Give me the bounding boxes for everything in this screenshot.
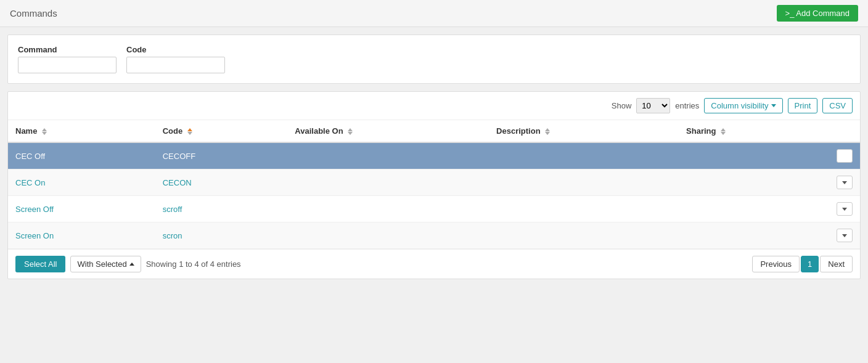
chevron-down-icon: [842, 181, 847, 184]
row-action-button[interactable]: [837, 229, 853, 242]
chevron-down-icon: [842, 208, 847, 211]
row-action-cell: [829, 142, 860, 169]
chevron-down-icon: [842, 155, 847, 158]
sort-down-icon: [545, 132, 550, 135]
table-footer: Select All With Selected Showing 1 to 4 …: [8, 249, 860, 279]
sort-up-icon: [42, 128, 47, 131]
col-header-code[interactable]: Code: [155, 120, 288, 142]
page-title: Commands: [10, 8, 57, 18]
row-sharing: [679, 222, 829, 249]
row-available-on: [287, 196, 489, 222]
table-row[interactable]: Screen On scron: [8, 222, 860, 249]
row-code: scroff: [155, 196, 288, 222]
table-panel: Show 10 25 50 100 entries Column visibil…: [7, 91, 861, 279]
table-row[interactable]: Screen Off scroff: [8, 196, 860, 222]
with-selected-button[interactable]: With Selected: [70, 256, 141, 272]
row-description: [489, 222, 679, 249]
sort-down-icon: [187, 132, 192, 135]
sort-up-icon: [721, 128, 726, 131]
chevron-down-icon: [842, 234, 847, 237]
select-all-button[interactable]: Select All: [15, 256, 65, 272]
row-action-button[interactable]: [837, 202, 853, 216]
sort-down-icon: [42, 132, 47, 135]
entries-select[interactable]: 10 25 50 100: [636, 98, 670, 113]
code-filter-label: Code: [126, 45, 225, 54]
table-row[interactable]: CEC On CECON: [8, 169, 860, 196]
command-filter-label: Command: [18, 45, 117, 54]
previous-button[interactable]: Previous: [752, 256, 800, 272]
col-header-description[interactable]: Description: [489, 120, 679, 142]
command-filter-input[interactable]: [18, 57, 117, 73]
col-header-available-on[interactable]: Available On: [287, 120, 489, 142]
table-header-row: Name Code Available On: [8, 120, 860, 142]
column-visibility-button[interactable]: Column visibility: [704, 98, 782, 113]
row-description: [489, 142, 679, 169]
data-table: Name Code Available On: [8, 120, 860, 249]
pagination: Previous 1 Next: [752, 256, 853, 272]
add-command-button[interactable]: >_ Add Command: [777, 5, 858, 22]
col-header-sharing[interactable]: Sharing: [679, 120, 829, 142]
sort-up-icon: [348, 128, 353, 131]
row-action-button[interactable]: [837, 176, 853, 189]
sort-arrows-available: [348, 128, 353, 135]
row-name: CEC Off: [8, 142, 155, 169]
command-filter-group: Command: [18, 45, 117, 73]
row-available-on: [287, 222, 489, 249]
row-sharing: [679, 169, 829, 196]
csv-button[interactable]: CSV: [822, 98, 853, 113]
row-available-on: [287, 142, 489, 169]
footer-left: Select All With Selected Showing 1 to 4 …: [15, 256, 241, 272]
page-header: Commands >_ Add Command: [0, 0, 868, 27]
row-action-cell: [829, 222, 860, 249]
row-description: [489, 169, 679, 196]
row-action-cell: [829, 169, 860, 196]
filter-row: Command Code: [18, 45, 850, 73]
table-row[interactable]: CEC Off CECOFF: [8, 142, 860, 169]
row-available-on: [287, 169, 489, 196]
row-sharing: [679, 196, 829, 222]
entries-label: entries: [675, 101, 699, 110]
sort-up-icon-active: [187, 128, 192, 131]
sort-arrows-desc: [545, 128, 550, 135]
showing-entries-label: Showing 1 to 4 of 4 entries: [146, 259, 241, 269]
sort-up-icon: [545, 128, 550, 131]
table-body: CEC Off CECOFF CEC On CECON Screen Off s…: [8, 142, 860, 249]
filter-panel: Command Code: [7, 35, 861, 84]
row-code: CECOFF: [155, 142, 288, 169]
code-filter-input[interactable]: [126, 57, 225, 73]
sort-down-icon: [348, 132, 353, 135]
row-name: CEC On: [8, 169, 155, 196]
sort-arrows-sharing: [721, 128, 726, 135]
row-name: Screen On: [8, 222, 155, 249]
code-filter-group: Code: [126, 45, 225, 73]
table-toolbar: Show 10 25 50 100 entries Column visibil…: [8, 92, 860, 120]
show-label: Show: [612, 101, 632, 110]
chevron-down-icon: [771, 104, 776, 107]
row-code: scron: [155, 222, 288, 249]
col-header-name[interactable]: Name: [8, 120, 155, 142]
next-button[interactable]: Next: [820, 256, 853, 272]
row-name: Screen Off: [8, 196, 155, 222]
page-1-button[interactable]: 1: [801, 256, 819, 272]
row-code: CECON: [155, 169, 288, 196]
row-sharing: [679, 142, 829, 169]
print-button[interactable]: Print: [788, 98, 818, 113]
row-action-cell: [829, 196, 860, 222]
col-header-actions: [829, 120, 860, 142]
sort-down-icon: [721, 132, 726, 135]
sort-arrows-code: [187, 128, 192, 135]
chevron-up-icon: [129, 263, 134, 266]
row-description: [489, 196, 679, 222]
row-action-button[interactable]: [837, 149, 853, 163]
sort-arrows-name: [42, 128, 47, 135]
